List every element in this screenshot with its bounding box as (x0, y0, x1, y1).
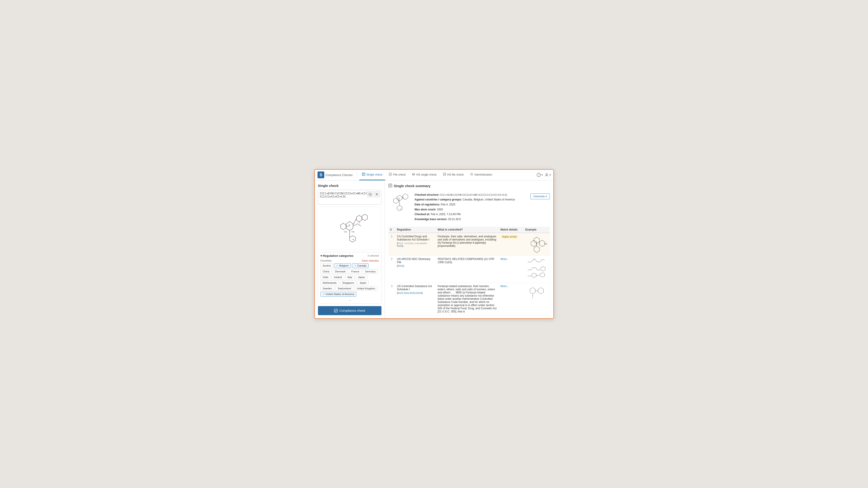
country-ireland[interactable]: Ireland (332, 275, 344, 279)
tab-single-check-label: Single check (366, 173, 382, 176)
row-2-controlled: FENTANYL RELATED COMPOUNDS (21 CFR 1308.… (436, 256, 499, 283)
kb-version-row: Knowledge base version: 25.01.29.0 (415, 217, 527, 222)
svg-line-24 (353, 219, 356, 225)
country-denmark[interactable]: Denmark (333, 269, 348, 274)
countries-label: Countries: Clear selection (320, 259, 379, 262)
svg-marker-52 (531, 240, 536, 247)
col-num: # (389, 227, 395, 233)
tab-hs-file-check[interactable]: HS HS file check (440, 169, 466, 180)
max-atom-value: 1000 (437, 208, 443, 211)
svg-text:CH₃: CH₃ (351, 231, 354, 233)
summary-header: Single check summary (389, 184, 550, 188)
country-china[interactable]: China (320, 269, 332, 274)
country-germany[interactable]: Germany (363, 269, 378, 274)
country-sweden[interactable]: Sweden (320, 286, 335, 291)
svg-line-70 (535, 268, 537, 270)
row-1-regulation: CA Controlled Drugs and Substances Act S… (395, 233, 436, 256)
tab-administration[interactable]: Administration (467, 169, 495, 180)
row-1-num: 1 (389, 233, 395, 256)
tab-file-check-label: File check (393, 173, 406, 176)
country-canada[interactable]: ✓ Canada (352, 263, 369, 268)
col-example: Example (524, 227, 550, 233)
svg-text:N: N (352, 238, 354, 240)
svg-marker-22 (356, 216, 362, 222)
help-button[interactable]: ? ▾ (537, 173, 543, 177)
clear-selection-link[interactable]: Clear selection (362, 259, 379, 262)
svg-text:?: ? (538, 174, 539, 176)
row-2-num: 2 (389, 256, 395, 283)
svg-point-11 (471, 174, 472, 175)
country-italy[interactable]: Italy (345, 275, 354, 279)
country-austria[interactable]: Austria (320, 263, 333, 268)
summary-info: O N N Checked structure: CCC(=O)N(C1CCN(… (389, 191, 550, 224)
svg-text:N: N (532, 297, 533, 299)
app-container: S Compliance Checker Single check File c… (314, 169, 554, 319)
max-atom-row: Max atom count: 1000 (415, 207, 527, 212)
reg-cat-chevron[interactable]: ▾ (320, 254, 322, 257)
checked-at-row: Checked at: Feb 4, 2025, 7:13:40 PM (415, 212, 527, 217)
row-2-more-link[interactable]: More... (501, 257, 509, 261)
main-layout: Single check CCC(=O)N(C1CCN(CCC2=CC=NC=C… (315, 180, 553, 319)
tab-hs-single-check[interactable]: HS HS single check (409, 169, 439, 180)
hs-file-icon: HS (443, 173, 446, 176)
country-uk[interactable]: United Kingdom (354, 286, 378, 291)
svg-text:HS: HS (413, 174, 414, 175)
row-3-ref1[interactable]: Ref1 (398, 292, 403, 294)
user-button[interactable]: ▾ (545, 173, 551, 177)
tab-file-check[interactable]: File check (386, 169, 408, 180)
svg-rect-17 (369, 193, 371, 195)
country-spain[interactable]: Spain (358, 281, 369, 285)
row-2-regulation: US ARCOS NDC Dictionary File (Ref1) (395, 256, 436, 283)
row-2-match: More... (499, 256, 524, 283)
hs-single-icon: HS (412, 173, 415, 176)
copy-smiles-button[interactable] (367, 192, 373, 197)
svg-text:N: N (399, 197, 400, 199)
row-3-more-link[interactable]: More... (501, 285, 509, 288)
summary-molecule: O N N (389, 193, 411, 213)
brand-label: Compliance Checker (326, 173, 353, 177)
svg-marker-49 (397, 205, 402, 211)
clear-smiles-button[interactable] (374, 192, 380, 197)
country-switzerland[interactable]: Switzerland (335, 286, 353, 291)
svg-point-15 (546, 174, 547, 175)
country-belgium[interactable]: ✓ Belgium (334, 263, 351, 268)
reg-cat-header: ▾ Regulation categories 3 selected (320, 254, 379, 257)
checked-at-value: Feb 4, 2025, 7:13:40 PM (431, 213, 461, 216)
svg-text:O: O (399, 199, 400, 200)
row-1-ref2[interactable]: Ref2 (397, 245, 402, 247)
tab-single-check[interactable]: Single check (359, 169, 385, 180)
summary-header-icon (389, 184, 392, 188)
table-row: 2 US ARCOS NDC Dictionary File (Ref1) FE… (389, 256, 550, 283)
logo-icon: S (317, 171, 324, 178)
app-logo: S Compliance Checker (317, 171, 353, 178)
generate-button[interactable]: Generate ▾ (530, 194, 550, 199)
country-india[interactable]: India (320, 275, 331, 279)
results-table: # Regulation What is controlled? Match d… (389, 227, 550, 315)
country-japan[interactable]: Japan (356, 275, 367, 279)
row-3-ref4[interactable]: Ref4 (416, 292, 422, 294)
smiles-input-container: CCC(=O)N(C1CCN(CCC2=CC=NC=C2)CC1)C1=CC=C… (318, 190, 381, 204)
tab-admin-label: Administration (474, 173, 492, 176)
country-usa[interactable]: ✓ United States of America (320, 292, 356, 296)
table-row: 3 US Controlled Substance Act Schedule I… (389, 283, 550, 315)
svg-point-12 (470, 173, 473, 176)
row-1-ref1[interactable]: Ref1 (398, 242, 403, 245)
row-3-example: N (524, 283, 550, 315)
generate-chevron-icon: ▾ (546, 195, 547, 198)
country-france[interactable]: France (349, 269, 362, 274)
row-1-controlled: Fentanyls, their salts, derivatives, and… (436, 233, 499, 256)
row-3-regulation: US Controlled Substance Act Schedule I (… (395, 283, 436, 315)
example-svg-3: N (525, 285, 548, 300)
country-netherlands[interactable]: Netherlands (320, 281, 339, 285)
svg-marker-41 (394, 198, 398, 204)
svg-text:N: N (349, 224, 350, 226)
row-2-ref1[interactable]: Ref1 (398, 264, 403, 267)
compliance-check-button[interactable]: Compliance check (318, 306, 381, 315)
country-singapore[interactable]: Singapore (340, 281, 356, 285)
row-3-ref3[interactable]: Ref3 (410, 292, 415, 294)
file-check-icon (389, 173, 392, 176)
svg-rect-6 (389, 173, 392, 176)
against-row: Against countries / category groups: Can… (415, 197, 527, 202)
row-3-ref2[interactable]: Ref2 (404, 292, 409, 294)
svg-marker-72 (541, 266, 545, 271)
